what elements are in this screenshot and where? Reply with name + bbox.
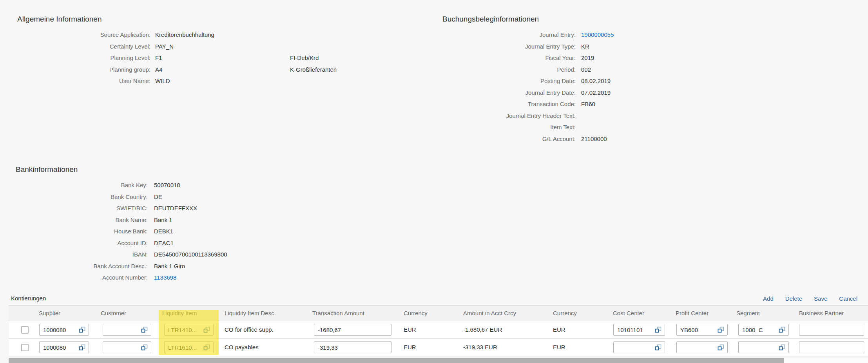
liquidity-item-input[interactable] [164, 341, 214, 353]
bank-section-title: Bankinformationen [16, 164, 408, 175]
column-header-customer: Customer [101, 306, 126, 321]
field-fiscal-year: Fiscal Year: 2019 [442, 52, 834, 64]
cancel-button[interactable]: Cancel [839, 295, 857, 302]
field-bank-country: Bank Country: DE [16, 191, 408, 203]
field-label: Fiscal Year: [442, 54, 576, 61]
segment-input[interactable] [738, 341, 789, 353]
segment-input-field[interactable] [739, 324, 779, 335]
value-help-icon[interactable] [141, 344, 148, 351]
segment-input-field[interactable] [739, 342, 779, 353]
table-row: CO payables EUR -319,33 EUR EUR [9, 339, 868, 356]
field-gl-account: G/L Account: 21100000 [442, 133, 834, 145]
transaction-amount-input[interactable] [314, 341, 391, 353]
segment-input[interactable] [738, 324, 789, 336]
supplier-input-field[interactable] [40, 342, 79, 353]
horizontal-scrollbar-thumb[interactable] [9, 358, 784, 363]
value-help-icon[interactable] [141, 327, 148, 333]
customer-input-field[interactable] [103, 324, 141, 335]
value-help-icon[interactable] [718, 327, 724, 333]
field-certainty-level: Certainty Level: PAY_N [17, 41, 433, 52]
value-help-icon[interactable] [718, 344, 724, 351]
currency-2-cell: EUR [553, 321, 565, 338]
column-header-currency: Currency [404, 306, 428, 321]
column-header-liquidity-item: Liquidity Item [162, 306, 197, 321]
posting-document-section: Buchungsbeleginformationen Journal Entry… [442, 14, 834, 144]
value-help-icon[interactable] [79, 344, 85, 351]
value-help-icon[interactable] [779, 344, 785, 351]
supplier-input[interactable] [39, 324, 89, 336]
bank-information-section: Bankinformationen Bank Key: 50070010 Ban… [16, 164, 408, 284]
value-help-icon[interactable] [203, 344, 210, 351]
save-button[interactable]: Save [814, 295, 827, 302]
value-help-icon[interactable] [655, 344, 661, 351]
field-label: User Name: [17, 78, 150, 84]
delete-button[interactable]: Delete [785, 295, 802, 302]
cost-center-input-field[interactable] [614, 342, 655, 353]
field-label: Journal Entry Header Text: [442, 112, 576, 119]
profit-center-input[interactable] [676, 341, 728, 353]
supplier-input[interactable] [39, 341, 89, 353]
journal-entry-link[interactable]: 1900000055 [581, 31, 834, 38]
field-label: Transaction Code: [442, 101, 576, 107]
value-help-icon[interactable] [79, 327, 85, 333]
currency-cell: EUR [404, 321, 416, 338]
transaction-amount-input[interactable] [314, 324, 391, 336]
business-partner-input[interactable] [799, 341, 864, 353]
liquidity-item-desc-cell: CO payables [225, 339, 259, 356]
field-label: Account ID: [16, 240, 148, 246]
field-bank-name: Bank Name: Bank 1 [16, 214, 408, 226]
value-help-icon[interactable] [203, 327, 210, 333]
liquidity-item-input[interactable] [164, 324, 214, 336]
liquidity-item-input-field[interactable] [165, 324, 203, 335]
field-label: House Bank: [16, 228, 148, 235]
column-header-segment: Segment [736, 306, 760, 321]
field-extra: K-Großlieferanten [290, 66, 433, 73]
value-help-icon[interactable] [779, 327, 785, 333]
customer-input[interactable] [103, 324, 151, 336]
horizontal-scrollbar[interactable] [9, 358, 868, 363]
add-button[interactable]: Add [763, 295, 774, 302]
field-label: Bank Country: [16, 193, 148, 200]
field-label: Bank Key: [16, 182, 148, 188]
column-header-amount-in-acct-crcy: Amount in Acct Crcy [463, 306, 516, 321]
customer-input[interactable] [103, 341, 151, 353]
field-posting-date: Posting Date: 08.02.2019 [442, 75, 834, 87]
field-label: Journal Entry Type: [442, 43, 576, 50]
supplier-input-field[interactable] [40, 324, 79, 335]
field-value: Kreditorenbuchhaltung [155, 31, 285, 38]
field-label: Period: [442, 66, 576, 73]
customer-input-field[interactable] [103, 342, 141, 353]
transaction-amount-input-field[interactable] [314, 342, 391, 353]
field-label: Planning group: [17, 66, 150, 73]
row-checkbox[interactable] [21, 326, 29, 334]
business-partner-input[interactable] [799, 324, 864, 336]
field-bank-key: Bank Key: 50070010 [16, 179, 408, 191]
business-partner-input-field[interactable] [799, 324, 864, 335]
currency-2-cell: EUR [553, 339, 565, 356]
business-partner-input-field[interactable] [799, 342, 864, 353]
liquidity-item-input-field[interactable] [165, 342, 203, 353]
field-label: Certainty Level: [17, 43, 150, 50]
profit-center-input[interactable] [676, 324, 728, 336]
kontierungen-actions: Add Delete Save Cancel [763, 292, 857, 305]
profit-center-input-field[interactable] [677, 324, 718, 335]
transaction-amount-input-field[interactable] [314, 324, 391, 335]
amount-in-acct-crcy-cell: -1.680,67 EUR [463, 321, 502, 338]
general-information-section: Allgemeine Informationen Source Applicat… [17, 14, 433, 87]
field-value: PAY_N [155, 43, 285, 50]
cost-center-input-field[interactable] [614, 324, 655, 335]
column-header-profit-center: Profit Center [676, 306, 709, 321]
field-value: Bank 1 Giro [154, 263, 408, 269]
field-source-application: Source Application: Kreditorenbuchhaltun… [17, 29, 433, 41]
account-number-link[interactable]: 1133698 [154, 274, 408, 281]
row-checkbox[interactable] [21, 344, 29, 351]
column-header-transaction-amount: Transaction Amount [312, 306, 364, 321]
kontierungen-title: Kontierungen [11, 292, 46, 305]
field-label: Journal Entry Date: [442, 89, 576, 96]
field-label: IBAN: [16, 251, 148, 258]
profit-center-input-field[interactable] [677, 342, 718, 353]
field-value: 08.02.2019 [581, 78, 834, 84]
cost-center-input[interactable] [613, 341, 665, 353]
cost-center-input[interactable] [613, 324, 665, 336]
value-help-icon[interactable] [655, 327, 661, 333]
